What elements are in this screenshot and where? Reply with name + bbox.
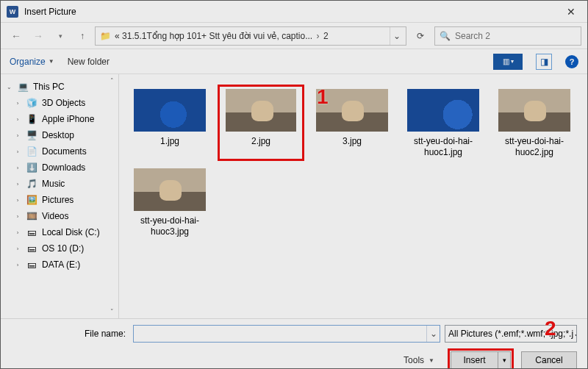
music-icon: 🎵 bbox=[26, 178, 37, 190]
help-button[interactable]: ? bbox=[565, 55, 578, 68]
filename-input[interactable]: ⌄ bbox=[133, 325, 440, 343]
tree-os10-d[interactable]: ›🖴OS 10 (D:) bbox=[1, 240, 118, 257]
desktop-icon: 🖥️ bbox=[26, 129, 37, 141]
annotation-2: 2 bbox=[545, 317, 556, 340]
titlebar: W Insert Picture ✕ bbox=[1, 1, 587, 23]
chevron-right-icon: › bbox=[14, 165, 21, 171]
thumbnail bbox=[407, 89, 479, 132]
tree-downloads[interactable]: ›⬇️Downloads bbox=[1, 160, 118, 176]
chevron-right-icon: › bbox=[14, 197, 21, 204]
chevron-right-icon: › bbox=[14, 262, 21, 268]
file-name-label: 3.jpg bbox=[343, 136, 362, 147]
drive-icon: 🖴 bbox=[26, 259, 37, 271]
drive-icon: 🖴 bbox=[26, 243, 37, 254]
tree-3d-objects[interactable]: ›🧊3D Objects bbox=[1, 95, 118, 111]
phone-icon: 📱 bbox=[26, 113, 37, 125]
file-name-label: stt-yeu-doi-hai-huoc1.jpg bbox=[401, 136, 485, 158]
close-button[interactable]: ✕ bbox=[554, 1, 587, 23]
thumbnail bbox=[134, 89, 206, 132]
file-name-label: stt-yeu-doi-hai-huoc3.jpg bbox=[128, 215, 212, 237]
pane-icon: ◨ bbox=[540, 57, 548, 67]
file-name-label: 1.jpg bbox=[160, 136, 179, 147]
downloads-icon: ⬇️ bbox=[26, 162, 37, 173]
search-icon: 🔍 bbox=[440, 31, 451, 41]
tree-scroll-up[interactable]: ˄ bbox=[107, 76, 117, 86]
tools-menu[interactable]: Tools ▼ bbox=[404, 355, 434, 365]
insert-dropdown[interactable]: ▾ bbox=[498, 351, 511, 369]
chevron-down-icon: ⌄ bbox=[573, 329, 577, 339]
file-item[interactable]: stt-yeu-doi-hai-huoc1.jpg bbox=[400, 85, 487, 161]
address-bar[interactable]: 📁 « 31.5.1Tổng hợp 101+ Stt yêu đời vui … bbox=[95, 26, 406, 46]
pc-icon: 💻 bbox=[17, 81, 29, 93]
word-app-icon: W bbox=[7, 6, 18, 18]
thumbnail bbox=[226, 89, 296, 132]
filename-dropdown[interactable]: ⌄ bbox=[426, 326, 440, 342]
chevron-right-icon: › bbox=[14, 116, 21, 123]
chevron-down-icon: ▾ bbox=[511, 58, 514, 65]
tools-label: Tools bbox=[404, 355, 424, 365]
navigation-tree[interactable]: ˄ ⌄ 💻 This PC ›🧊3D Objects ›📱Apple iPhon… bbox=[1, 74, 118, 318]
cancel-button[interactable]: Cancel bbox=[521, 351, 577, 369]
file-item[interactable]: 1.jpg bbox=[126, 85, 213, 161]
file-item[interactable]: stt-yeu-doi-hai-huoc2.jpg bbox=[491, 85, 578, 161]
tree-videos[interactable]: ›🎞️Videos bbox=[1, 208, 118, 224]
chevron-right-icon: › bbox=[14, 181, 21, 187]
address-dropdown[interactable]: ⌄ bbox=[390, 27, 403, 45]
documents-icon: 📄 bbox=[26, 146, 37, 157]
chevron-right-icon: › bbox=[14, 246, 21, 252]
tree-apple-iphone[interactable]: ›📱Apple iPhone bbox=[1, 111, 118, 127]
view-mode-button[interactable]: ▥ ▾ bbox=[493, 54, 523, 70]
filename-field[interactable] bbox=[134, 329, 426, 339]
tree-scroll-down[interactable]: ˅ bbox=[107, 307, 117, 317]
up-button[interactable]: ↑ bbox=[73, 26, 92, 46]
pictures-icon: 🖼️ bbox=[26, 194, 37, 206]
insert-button[interactable]: Insert bbox=[451, 351, 498, 369]
tree-this-pc[interactable]: ⌄ 💻 This PC bbox=[1, 79, 118, 95]
refresh-button[interactable]: ⟳ bbox=[409, 26, 431, 46]
chevron-right-icon: › bbox=[14, 229, 21, 236]
tree-local-disk-c[interactable]: ›🖴Local Disk (C:) bbox=[1, 224, 118, 240]
file-item-selected[interactable]: 2.jpg bbox=[218, 85, 304, 161]
breadcrumb-part1[interactable]: 31.5.1Tổng hợp 101+ Stt yêu đời vui vẻ, … bbox=[122, 31, 312, 41]
search-input[interactable]: 🔍 Search 2 bbox=[434, 26, 581, 46]
thumbnails-icon: ▥ bbox=[503, 57, 509, 65]
filename-label: File name: bbox=[11, 329, 129, 339]
thumbnail bbox=[498, 89, 570, 132]
breadcrumb[interactable]: « 31.5.1Tổng hợp 101+ Stt yêu đời vui vẻ… bbox=[115, 31, 390, 41]
videos-icon: 🎞️ bbox=[26, 210, 37, 222]
navbar: ← → ▾ ↑ 📁 « 31.5.1Tổng hợp 101+ Stt yêu … bbox=[1, 23, 587, 49]
file-name-label: stt-yeu-doi-hai-huoc2.jpg bbox=[492, 136, 576, 158]
file-type-filter[interactable]: All Pictures (*.emf;*.wmf;*.jpg;*.j ⌄ bbox=[445, 325, 577, 343]
search-placeholder: Search 2 bbox=[455, 31, 490, 41]
new-folder-button[interactable]: New folder bbox=[68, 57, 110, 67]
folder-icon: 📁 bbox=[98, 31, 112, 41]
drive-icon: 🖴 bbox=[26, 226, 37, 238]
chevron-right-icon: › bbox=[317, 31, 320, 41]
breadcrumb-part2[interactable]: 2 bbox=[323, 31, 329, 41]
toolbar: Organize ▼ New folder ▥ ▾ ◨ ? bbox=[1, 49, 587, 74]
breadcrumb-prefix: « bbox=[115, 31, 120, 41]
tree-root-label: This PC bbox=[33, 82, 65, 92]
tree-pictures[interactable]: ›🖼️Pictures bbox=[1, 192, 118, 208]
forward-button[interactable]: → bbox=[29, 26, 48, 46]
file-list[interactable]: 1.jpg 2.jpg 3.jpg stt-yeu-doi-hai-huoc1.… bbox=[119, 74, 587, 318]
cube-icon: 🧊 bbox=[26, 97, 37, 109]
chevron-right-icon: › bbox=[14, 148, 21, 155]
file-item[interactable]: stt-yeu-doi-hai-huoc3.jpg bbox=[126, 164, 213, 240]
chevron-right-icon: › bbox=[14, 213, 21, 220]
tree-data-e[interactable]: ›🖴DATA (E:) bbox=[1, 257, 118, 273]
organize-menu[interactable]: Organize ▼ bbox=[10, 57, 54, 67]
tree-music[interactable]: ›🎵Music bbox=[1, 176, 118, 192]
insert-picture-dialog: W Insert Picture ✕ ← → ▾ ↑ 📁 « 31.5.1Tổn… bbox=[0, 0, 588, 369]
preview-pane-button[interactable]: ◨ bbox=[536, 54, 552, 70]
new-folder-label: New folder bbox=[68, 57, 110, 67]
chevron-down-icon: ▼ bbox=[49, 58, 54, 65]
annotation-1: 1 bbox=[317, 85, 329, 109]
organize-label: Organize bbox=[10, 57, 46, 67]
back-button[interactable]: ← bbox=[7, 26, 26, 46]
insert-highlight: Insert ▾ bbox=[448, 348, 514, 369]
chevron-right-icon: › bbox=[14, 100, 21, 107]
tree-desktop[interactable]: ›🖥️Desktop bbox=[1, 127, 118, 143]
tree-documents[interactable]: ›📄Documents bbox=[1, 143, 118, 160]
recent-locations-dropdown[interactable]: ▾ bbox=[51, 26, 70, 46]
